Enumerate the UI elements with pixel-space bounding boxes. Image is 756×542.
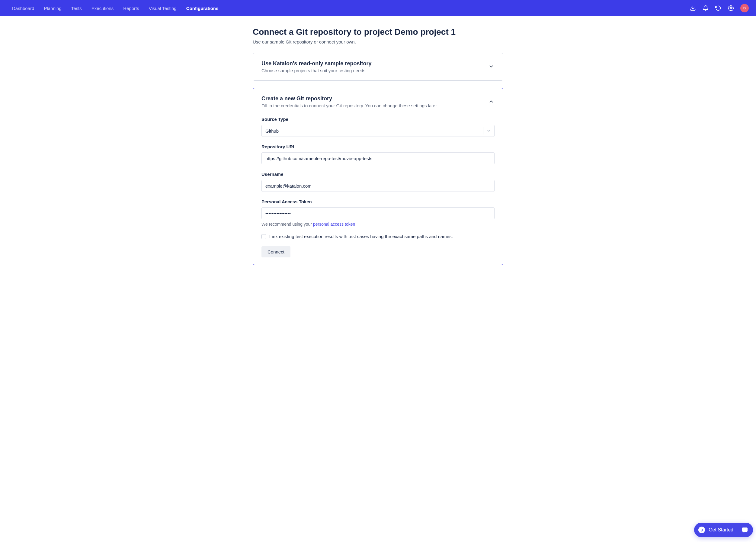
card-new-header-text: Create a new Git repository Fill in the … bbox=[261, 95, 489, 108]
source-type-select[interactable]: Github bbox=[261, 125, 495, 137]
chevron-down-icon bbox=[489, 64, 495, 70]
token-input[interactable] bbox=[261, 207, 495, 219]
bell-icon[interactable] bbox=[702, 5, 709, 11]
form-group-source-type: Source Type Github bbox=[261, 117, 495, 137]
form-group-username: Username bbox=[261, 171, 495, 192]
card-sample-header-text: Use Katalon's read-only sample repositor… bbox=[261, 60, 489, 73]
nav-reports[interactable]: Reports bbox=[118, 6, 144, 11]
token-label: Personal Access Token bbox=[261, 199, 495, 204]
repo-url-label: Repository URL bbox=[261, 144, 495, 149]
nav-visual-testing[interactable]: Visual Testing bbox=[144, 6, 181, 11]
card-new-subtitle: Fill in the credentials to connect your … bbox=[261, 103, 489, 108]
history-icon[interactable] bbox=[715, 5, 722, 11]
repo-url-input[interactable] bbox=[261, 152, 495, 164]
form-group-repo-url: Repository URL bbox=[261, 144, 495, 164]
link-results-checkbox[interactable] bbox=[261, 234, 266, 239]
checkbox-label: Link existing test execution results wit… bbox=[269, 234, 453, 239]
form-group-token: Personal Access Token We recommend using… bbox=[261, 199, 495, 226]
token-helper-link[interactable]: personal access token bbox=[313, 222, 355, 226]
token-helper-prefix: We recommend using your bbox=[261, 222, 313, 226]
chevron-up-icon bbox=[489, 99, 495, 105]
nav-tests[interactable]: Tests bbox=[66, 6, 87, 11]
main-content: Connect a Git repository to project Demo… bbox=[229, 16, 527, 309]
nav-right: D bbox=[690, 4, 749, 12]
card-new-title: Create a new Git repository bbox=[261, 95, 489, 102]
chevron-down-icon bbox=[483, 128, 494, 133]
nav-dashboard[interactable]: Dashboard bbox=[7, 6, 39, 11]
nav-configurations[interactable]: Configurations bbox=[181, 6, 223, 11]
top-navbar: Dashboard Planning Tests Executions Repo… bbox=[0, 0, 756, 16]
svg-point-1 bbox=[730, 8, 732, 9]
nav-executions[interactable]: Executions bbox=[87, 6, 118, 11]
gear-icon[interactable] bbox=[728, 5, 734, 11]
checkbox-row: Link existing test execution results wit… bbox=[261, 234, 495, 239]
card-sample-title: Use Katalon's read-only sample repositor… bbox=[261, 60, 489, 67]
source-type-label: Source Type bbox=[261, 117, 495, 122]
card-sample-repo: Use Katalon's read-only sample repositor… bbox=[253, 53, 503, 81]
card-sample-subtitle: Choose sample projects that suit your te… bbox=[261, 68, 489, 73]
card-sample-header[interactable]: Use Katalon's read-only sample repositor… bbox=[261, 60, 495, 73]
source-type-value: Github bbox=[262, 128, 483, 133]
card-new-header[interactable]: Create a new Git repository Fill in the … bbox=[261, 95, 495, 108]
card-new-repo: Create a new Git repository Fill in the … bbox=[253, 88, 503, 265]
username-input[interactable] bbox=[261, 180, 495, 192]
nav-planning[interactable]: Planning bbox=[39, 6, 66, 11]
download-icon[interactable] bbox=[690, 5, 696, 11]
connect-button[interactable]: Connect bbox=[261, 246, 290, 257]
form-section: Source Type Github Repository URL Userna… bbox=[261, 117, 495, 257]
nav-left: Dashboard Planning Tests Executions Repo… bbox=[7, 6, 223, 11]
token-helper: We recommend using your personal access … bbox=[261, 222, 495, 226]
page-title: Connect a Git repository to project Demo… bbox=[253, 27, 503, 37]
page-subtitle: Use our sample Git repository or connect… bbox=[253, 39, 503, 44]
avatar[interactable]: D bbox=[740, 4, 749, 12]
username-label: Username bbox=[261, 171, 495, 177]
